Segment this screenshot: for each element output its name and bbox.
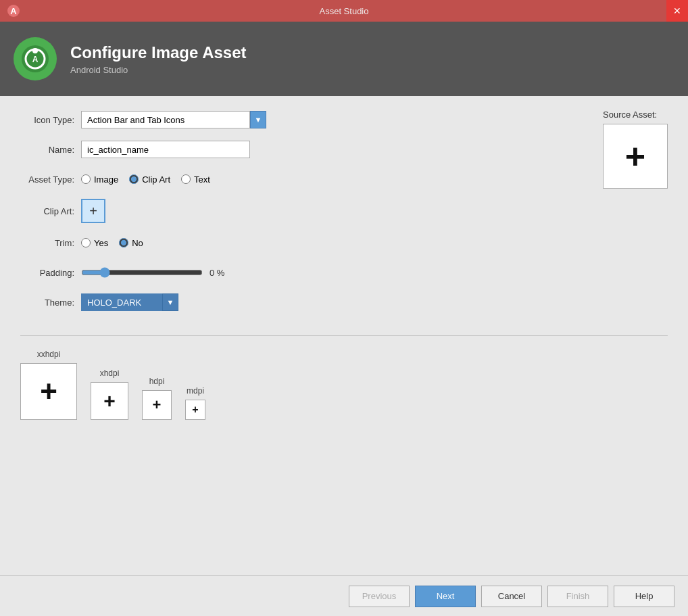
svg-text:A: A: [10, 6, 17, 16]
theme-dropdown-wrapper: HOLO_DARK ▼: [81, 293, 576, 311]
icon-type-row: Icon Type: Action Bar and Tab Icons ▼: [20, 110, 576, 130]
name-row: Name:: [20, 139, 576, 160]
form-fields: Icon Type: Action Bar and Tab Icons ▼ Na…: [20, 110, 576, 322]
next-button[interactable]: Next: [415, 586, 476, 607]
trim-no-radio[interactable]: [119, 238, 128, 247]
preview-box-mdpi: +: [185, 400, 205, 420]
svg-text:A: A: [32, 55, 39, 64]
clip-art-row: Clip Art: +: [20, 199, 576, 223]
asset-type-text-label: Text: [194, 174, 210, 185]
hdpi-label: hdpi: [149, 377, 165, 386]
padding-label: Padding:: [20, 268, 81, 278]
android-studio-logo: A: [14, 37, 57, 80]
xhdpi-icon: +: [103, 389, 116, 412]
close-button[interactable]: ✕: [666, 0, 688, 22]
icon-type-label: Icon Type:: [20, 115, 81, 125]
preview-icons-section: xxhdpi + xhdpi + hdpi + mdpi +: [20, 350, 668, 420]
app-subtitle: Android Studio: [70, 65, 247, 75]
preview-box-xhdpi: +: [91, 382, 128, 420]
hdpi-icon: +: [153, 396, 162, 414]
preview-box-hdpi: +: [142, 390, 172, 420]
preview-xxhdpi: xxhdpi +: [20, 350, 77, 420]
asset-type-label: Asset Type:: [20, 174, 81, 185]
name-label: Name:: [20, 145, 81, 155]
header-section: A Configure Image Asset Android Studio: [0, 22, 688, 96]
mdpi-icon: +: [192, 404, 198, 416]
bottom-bar: Previous Next Cancel Finish Help: [0, 575, 688, 616]
padding-slider[interactable]: [81, 267, 203, 278]
window-title: Asset Studio: [320, 6, 369, 16]
clip-art-label: Clip Art:: [20, 206, 81, 216]
asset-type-text-radio[interactable]: [181, 174, 191, 184]
theme-row: Theme: HOLO_DARK ▼: [20, 292, 576, 312]
xxhdpi-label: xxhdpi: [37, 350, 61, 359]
preview-xhdpi: xhdpi +: [91, 369, 128, 420]
help-button[interactable]: Help: [614, 586, 674, 607]
header-text-block: Configure Image Asset Android Studio: [70, 43, 247, 75]
icon-type-select[interactable]: Action Bar and Tab Icons: [81, 111, 250, 128]
source-asset-section: Source Asset: +: [603, 110, 668, 322]
preview-box-xxhdpi: +: [20, 363, 77, 420]
asset-type-image-label: Image: [94, 174, 118, 185]
source-asset-preview: +: [603, 124, 668, 189]
trim-yes-label: Yes: [94, 238, 108, 248]
asset-type-image-radio[interactable]: [81, 174, 91, 184]
xxhdpi-icon: +: [40, 375, 57, 408]
main-content-wrapper: Icon Type: Action Bar and Tab Icons ▼ Na…: [0, 96, 688, 575]
finish-button[interactable]: Finish: [547, 586, 608, 607]
asset-type-row: Asset Type: Image Clip Art Text: [20, 169, 576, 189]
asset-type-clipart-radio[interactable]: [129, 174, 139, 184]
padding-row: Padding: 0 %: [20, 262, 576, 283]
app-logo-icon: A: [7, 4, 20, 18]
trim-radio-group: Yes No: [81, 238, 576, 248]
asset-type-image-option[interactable]: Image: [81, 174, 118, 185]
trim-yes-radio[interactable]: [81, 238, 91, 247]
clip-art-button[interactable]: +: [81, 199, 105, 223]
svg-point-4: [32, 48, 38, 53]
name-input[interactable]: [81, 141, 250, 158]
icon-type-dropdown-wrapper: Action Bar and Tab Icons ▼: [81, 111, 576, 128]
trim-no-option[interactable]: No: [119, 238, 143, 248]
form-area: Icon Type: Action Bar and Tab Icons ▼ Na…: [0, 96, 688, 433]
theme-label: Theme:: [20, 298, 81, 308]
padding-value: 0 %: [210, 268, 224, 278]
trim-label: Trim:: [20, 238, 81, 248]
trim-yes-option[interactable]: Yes: [81, 238, 108, 248]
preview-hdpi: hdpi +: [142, 377, 172, 420]
asset-type-clipart-option[interactable]: Clip Art: [129, 174, 170, 185]
content-divider: [20, 335, 668, 336]
theme-dropdown-btn[interactable]: ▼: [162, 293, 178, 311]
theme-select[interactable]: HOLO_DARK: [81, 293, 162, 311]
name-field-wrapper: [81, 141, 576, 158]
trim-no-label: No: [132, 238, 143, 248]
source-asset-icon: +: [625, 136, 645, 176]
mdpi-label: mdpi: [187, 386, 204, 396]
xhdpi-label: xhdpi: [100, 369, 120, 378]
page-title: Configure Image Asset: [70, 43, 247, 62]
asset-type-clipart-label: Clip Art: [142, 174, 170, 185]
previous-button[interactable]: Previous: [349, 586, 410, 607]
icon-type-dropdown-btn[interactable]: ▼: [250, 111, 266, 128]
cancel-button[interactable]: Cancel: [481, 586, 542, 607]
title-bar: A Asset Studio ✕: [0, 0, 688, 22]
clip-art-btn-wrapper: +: [81, 199, 576, 223]
asset-type-radio-group: Image Clip Art Text: [81, 174, 576, 185]
preview-mdpi: mdpi +: [185, 386, 205, 420]
padding-control-wrapper: 0 %: [81, 267, 576, 278]
trim-row: Trim: Yes No: [20, 233, 576, 253]
asset-type-text-option[interactable]: Text: [181, 174, 210, 185]
source-asset-label: Source Asset:: [603, 110, 657, 120]
